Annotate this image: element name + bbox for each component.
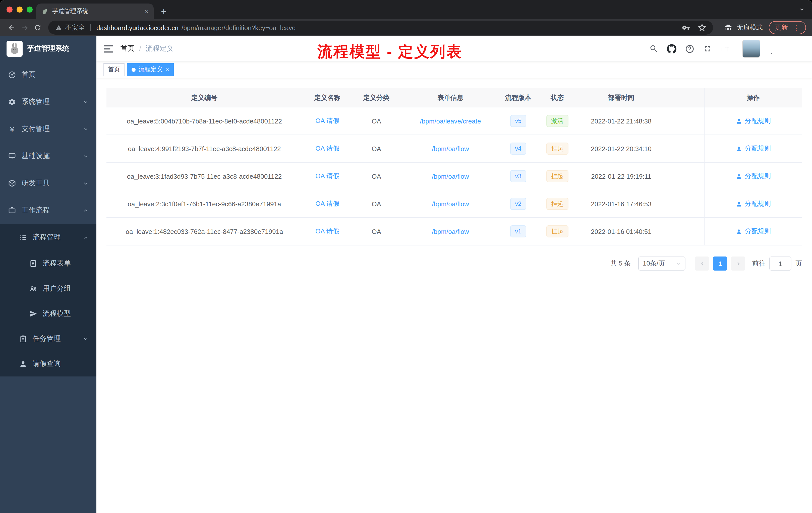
users-icon [29, 284, 37, 293]
tab-close-icon[interactable]: × [145, 8, 149, 15]
version-badge: v5 [510, 115, 526, 127]
sidebar-item-label: 任务管理 [33, 334, 61, 343]
definition-name-link[interactable]: OA 请假 [315, 200, 339, 207]
update-label: 更新 [775, 23, 788, 32]
sidebar-item-label: 流程管理 [33, 233, 61, 242]
form-info-link[interactable]: /bpm/oa/leave/create [420, 117, 481, 125]
maximize-window-button[interactable] [27, 6, 33, 12]
sidebar-item-label: 请假查询 [33, 359, 61, 368]
yen-icon: ¥ [8, 125, 16, 133]
person-icon [736, 145, 742, 152]
sidebar-item-home[interactable]: 首页 [0, 61, 96, 88]
form-info-link[interactable]: /bpm/oa/flow [432, 200, 469, 208]
browser-menu-dots-icon[interactable]: ⋮ [792, 24, 800, 31]
definition-name-link[interactable]: OA 请假 [315, 117, 339, 124]
logo-image [6, 41, 23, 57]
sidebar-item-leave-query[interactable]: 请假查询 [0, 351, 96, 376]
sidebar: 芋道管理系统 首页 系统管理 ¥ 支付管理 基础设施 研发工具 工作 [0, 36, 96, 513]
chevron-down-icon [83, 153, 88, 159]
deploy-time: 2022-01-16 17:46:53 [579, 200, 664, 208]
minimize-window-button[interactable] [17, 6, 23, 12]
tab-title: 芋道管理系统 [52, 7, 141, 16]
search-icon[interactable] [649, 44, 658, 53]
sidebar-logo[interactable]: 芋道管理系统 [0, 36, 96, 61]
form-info-link[interactable]: /bpm/oa/flow [432, 228, 469, 235]
bookmark-star-icon[interactable] [698, 24, 706, 32]
sidebar-item-user-groups[interactable]: 用户分组 [0, 276, 96, 301]
goto-label: 前往 [752, 259, 765, 268]
sidebar-item-infrastructure[interactable]: 基础设施 [0, 143, 96, 170]
chevron-right-icon [735, 261, 741, 266]
sidebar-item-process-forms[interactable]: 流程表单 [0, 251, 96, 276]
clipboard-icon [19, 335, 27, 343]
help-question-icon[interactable] [685, 44, 695, 54]
cube-icon [8, 179, 16, 187]
column-header: 状态 [536, 93, 579, 102]
tag-process-definition[interactable]: 流程定义 × [127, 63, 174, 76]
assign-rule-button[interactable]: 分配规则 [736, 199, 771, 208]
address-bar[interactable]: 不安全 dashboard.yudao.iocoder.cn/bpm/manag… [48, 21, 713, 35]
table-header-row: 定义编号 定义名称 定义分类 表单信息 流程版本 状态 部署时间 操作 [107, 88, 802, 108]
column-header: 操作 [704, 88, 802, 107]
page-annotation: 流程模型 - 定义列表 [317, 42, 462, 62]
goto-page-input[interactable] [769, 256, 791, 271]
saved-passwords-key-icon[interactable] [682, 24, 690, 32]
back-button[interactable] [5, 21, 18, 34]
reload-button[interactable] [31, 21, 44, 34]
page-number-button[interactable]: 1 [713, 256, 727, 271]
tag-close-icon[interactable]: × [166, 66, 169, 72]
definition-name-link[interactable]: OA 请假 [315, 172, 339, 180]
table-row: oa_leave:3:1fad3d93-7b75-11ec-a3c8-acde4… [107, 163, 802, 190]
breadcrumb: 首页 / 流程定义 [120, 44, 174, 53]
definition-category: OA [352, 228, 400, 235]
sidebar-item-process-models[interactable]: 流程模型 [0, 301, 96, 326]
status-badge: 激活 [546, 115, 568, 127]
deploy-time: 2022-01-22 20:34:10 [579, 145, 664, 152]
definition-name-link[interactable]: OA 请假 [315, 145, 339, 152]
sidebar-item-workflow[interactable]: 工作流程 [0, 197, 96, 224]
forward-button[interactable] [18, 21, 31, 34]
definition-id: oa_leave:5:004b710b-7b8a-11ec-8ef0-acde4… [107, 117, 302, 125]
assign-rule-button[interactable]: 分配规则 [736, 117, 771, 125]
sidebar-item-task-management[interactable]: 任务管理 [0, 326, 96, 351]
user-avatar[interactable] [742, 40, 760, 58]
page-size-value: 10条/页 [643, 259, 665, 268]
sidebar-item-process-management[interactable]: 流程管理 [0, 224, 96, 251]
prev-page-button[interactable] [695, 256, 709, 271]
close-window-button[interactable] [6, 6, 12, 12]
sidebar-item-dev-tools[interactable]: 研发工具 [0, 170, 96, 197]
browser-tab[interactable]: 芋道管理系统 × [36, 3, 154, 19]
github-icon[interactable] [667, 44, 676, 54]
avatar-caret-down-icon[interactable] [769, 51, 774, 56]
column-header: 部署时间 [579, 93, 664, 102]
tab-favicon-icon [41, 8, 48, 15]
assign-rule-button[interactable]: 分配规则 [736, 227, 771, 236]
form-info-link[interactable]: /bpm/oa/flow [432, 173, 469, 180]
assign-rule-button[interactable]: 分配规则 [736, 144, 771, 153]
browser-update-chip[interactable]: 更新 ⋮ [769, 21, 806, 34]
sidebar-item-payment[interactable]: ¥ 支付管理 [0, 116, 96, 143]
sidebar-item-label: 系统管理 [22, 97, 50, 107]
sidebar-item-system[interactable]: 系统管理 [0, 88, 96, 116]
tag-home[interactable]: 首页 [104, 63, 124, 76]
sidebar-item-label: 工作流程 [22, 206, 50, 215]
security-warning-icon [55, 24, 62, 31]
tab-search-chevron-icon[interactable] [799, 6, 805, 12]
status-badge: 挂起 [546, 225, 568, 237]
font-size-icon[interactable]: TT [721, 44, 732, 53]
breadcrumb-separator: / [139, 45, 141, 53]
sidebar-toggle-hamburger-icon[interactable] [96, 45, 120, 53]
new-tab-button[interactable]: + [157, 5, 171, 18]
table-row: oa_leave:4:991f2193-7b7f-11ec-a3c8-acde4… [107, 135, 802, 163]
page-size-select[interactable]: 10条/页 [638, 256, 686, 271]
workflow-submenu: 流程管理 流程表单 用户分组 流程模型 任务管理 请假 [0, 224, 96, 376]
definition-name-link[interactable]: OA 请假 [315, 228, 339, 235]
breadcrumb-home[interactable]: 首页 [120, 44, 135, 53]
table-row: oa_leave:5:004b710b-7b8a-11ec-8ef0-acde4… [107, 108, 802, 135]
deploy-time: 2022-01-22 21:48:38 [579, 117, 664, 125]
incognito-icon [723, 23, 733, 32]
form-info-link[interactable]: /bpm/oa/flow [432, 145, 469, 152]
assign-rule-button[interactable]: 分配规则 [736, 172, 771, 181]
fullscreen-icon[interactable] [703, 44, 712, 53]
next-page-button[interactable] [731, 256, 745, 271]
